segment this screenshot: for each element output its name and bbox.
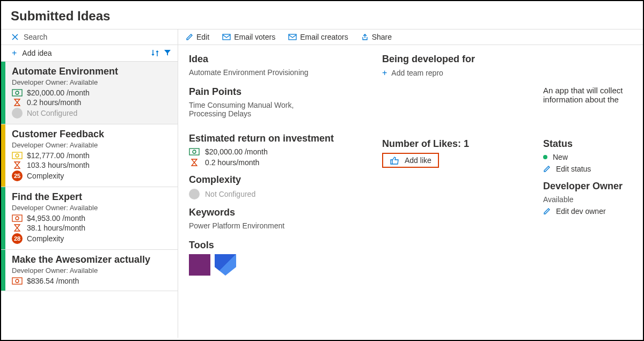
status-value: New — [553, 153, 568, 161]
idea-cost: $836.54 /month — [12, 277, 170, 285]
svg-point-7 — [16, 279, 19, 283]
hourglass-icon — [12, 161, 23, 169]
search-placeholder: Search — [24, 33, 47, 41]
idea-item[interactable]: Automate EnvironmentDeveloper Owner: Ava… — [1, 62, 178, 124]
idea-owner: Developer Owner: Available — [12, 266, 170, 275]
edit-status-link[interactable]: Edit status — [543, 165, 632, 173]
complexity-badge-icon — [189, 189, 200, 199]
edit-label: Edit — [196, 33, 209, 41]
add-team-repro-link[interactable]: + Add team repro — [382, 68, 532, 78]
svg-rect-6 — [12, 278, 22, 284]
close-icon[interactable] — [12, 34, 18, 40]
idea-item[interactable]: Make the Awesomizer actuallyDeveloper Ow… — [1, 250, 178, 291]
money-icon — [189, 147, 200, 156]
idea-cost: $12,777.00 /month — [12, 151, 170, 160]
mail-icon — [288, 33, 297, 41]
color-bar — [1, 187, 5, 249]
idea-item[interactable]: Find the ExpertDeveloper Owner: Availabl… — [1, 187, 178, 250]
money-icon — [12, 151, 23, 160]
svg-rect-4 — [12, 215, 22, 221]
status-dot-icon — [543, 155, 547, 159]
svg-point-1 — [16, 91, 19, 94]
svg-rect-8 — [223, 34, 230, 40]
idea-title: Customer Feedback — [12, 129, 170, 140]
pain-value: Time Consuming Manual Work, Processing D… — [189, 101, 328, 118]
idea-title: Automate Environment — [12, 66, 170, 77]
money-icon — [12, 88, 23, 97]
email-voters-label: Email voters — [234, 33, 275, 41]
edit-dev-owner-link[interactable]: Edit dev owner — [543, 207, 632, 216]
svg-point-3 — [16, 154, 19, 157]
tools-label: Tools — [189, 240, 371, 251]
keywords-value: Power Platform Environment — [189, 221, 371, 230]
idea-complexity: 25Complexity — [12, 171, 170, 181]
complexity-badge-icon: 25 — [12, 171, 23, 181]
add-idea-row[interactable]: + Add idea — [1, 45, 178, 62]
add-like-button[interactable]: Add like — [382, 153, 439, 168]
complexity-row: Not Configured — [189, 189, 371, 199]
idea-title: Find the Expert — [12, 191, 170, 203]
toolbar: Edit Email voters Email creators Share — [178, 29, 643, 45]
email-voters-button[interactable]: Email voters — [222, 33, 275, 41]
idea-item[interactable]: Customer FeedbackDeveloper Owner: Availa… — [1, 124, 178, 187]
edit-status-label: Edit status — [556, 165, 591, 173]
idea-owner: Developer Owner: Available — [12, 141, 170, 149]
status-label: Status — [543, 138, 632, 150]
pain-label: Pain Points — [189, 86, 371, 98]
color-bar — [1, 250, 5, 291]
idea-title: Make the Awesomizer actually — [12, 254, 170, 265]
content: Edit Email voters Email creators Share — [178, 29, 643, 338]
add-idea-label: Add idea — [22, 49, 52, 57]
idea-owner: Developer Owner: Available — [12, 204, 170, 212]
idea-owner: Developer Owner: Available — [12, 78, 170, 86]
dev-owner-label: Developer Owner — [543, 181, 632, 192]
tools-row — [189, 254, 371, 276]
plus-icon: + — [12, 48, 17, 58]
dev-owner-value: Available — [543, 195, 632, 204]
filter-icon[interactable] — [164, 49, 171, 57]
ideas-list: Automate EnvironmentDeveloper Owner: Ava… — [1, 62, 178, 338]
complexity-label: Complexity — [189, 174, 371, 186]
svg-rect-2 — [12, 152, 22, 159]
share-label: Share — [372, 33, 392, 41]
roi-label: Estimated return on investment — [189, 133, 371, 144]
idea-cost: $20,000.00 /month — [12, 88, 170, 97]
roi-hours: 0.2 hours/month — [189, 158, 371, 167]
email-creators-button[interactable]: Email creators — [288, 33, 348, 41]
developed-label: Being developed for — [382, 54, 532, 65]
hourglass-icon — [189, 158, 200, 167]
svg-rect-0 — [12, 90, 22, 96]
idea-complexity: Not Configured — [12, 108, 170, 118]
mail-icon — [222, 33, 231, 41]
add-like-label: Add like — [405, 156, 431, 165]
description-text: An app that will collect information abo… — [543, 54, 632, 104]
roi-hours-value: 0.2 hours/month — [205, 158, 259, 167]
svg-point-11 — [193, 150, 196, 153]
sidebar: Search + Add idea Automate EnvironmentDe… — [1, 29, 178, 338]
svg-point-5 — [16, 217, 19, 220]
edit-button[interactable]: Edit — [186, 33, 209, 41]
page-title: Submitted Ideas — [1, 1, 643, 29]
keywords-label: Keywords — [189, 207, 371, 218]
pencil-icon — [543, 207, 551, 215]
tool-tile-purple[interactable] — [189, 254, 210, 276]
add-team-repro-label: Add team repro — [391, 69, 443, 77]
money-icon — [12, 214, 23, 223]
search-row[interactable]: Search — [1, 29, 178, 45]
share-button[interactable]: Share — [361, 33, 392, 41]
money-icon — [12, 277, 23, 285]
share-icon — [361, 33, 369, 41]
complexity-value: Not Configured — [205, 190, 255, 198]
likes-label: Number of Likes: 1 — [382, 138, 532, 150]
pencil-icon — [186, 33, 193, 41]
email-creators-label: Email creators — [300, 33, 348, 41]
svg-rect-10 — [189, 149, 199, 155]
tool-tile-blue[interactable] — [215, 254, 236, 276]
sort-icon[interactable] — [151, 49, 159, 57]
svg-rect-9 — [289, 34, 296, 40]
detail-panel: Idea Automate Environment Provisioning P… — [178, 45, 643, 338]
status-row: New — [543, 153, 632, 161]
plus-icon: + — [382, 68, 387, 78]
roi-cost: $20,000.00 /month — [189, 147, 371, 156]
idea-hours: 38.1 hours/month — [12, 224, 170, 232]
